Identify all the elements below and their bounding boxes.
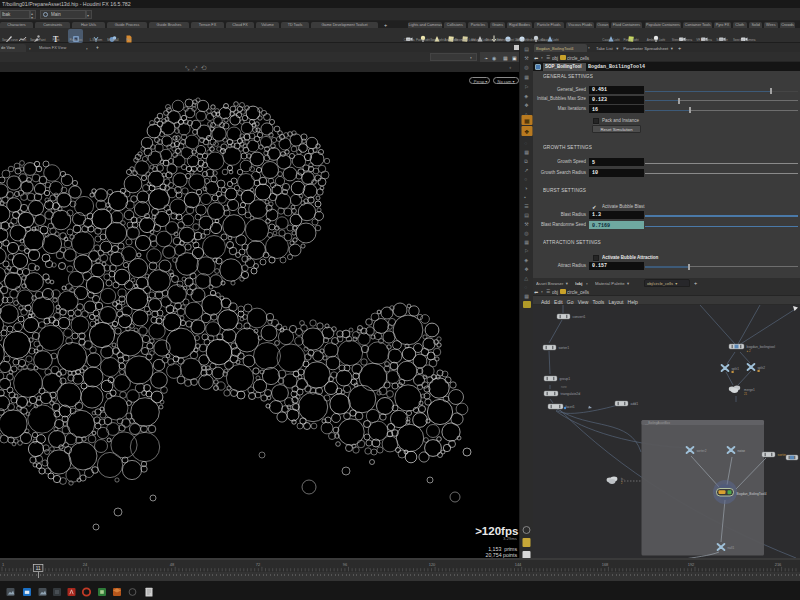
- svg-text:bogdan_boilingtool: bogdan_boilingtool: [747, 345, 776, 349]
- svg-text:⚐: ⚐: [524, 248, 528, 254]
- svg-text:tc..: tc..: [621, 477, 625, 481]
- svg-text:1: 1: [2, 562, 5, 567]
- svg-text:none: none: [561, 386, 567, 389]
- svg-text:○: ○: [524, 176, 527, 182]
- svg-text:72: 72: [256, 562, 261, 567]
- svg-text:☰: ☰: [524, 203, 529, 209]
- svg-text:◎: ◎: [524, 64, 529, 70]
- svg-text:sorter1: sorter1: [559, 346, 570, 350]
- svg-text:▪: ▪: [524, 194, 526, 200]
- svg-text:192: 192: [688, 562, 695, 567]
- svg-text:21: 21: [744, 392, 748, 396]
- svg-text:● 2: ● 2: [747, 349, 751, 353]
- svg-text:⚒: ⚒: [524, 55, 529, 61]
- svg-text:2: 2: [621, 481, 623, 485]
- svg-text:▤: ▤: [524, 46, 529, 52]
- svg-text:◎: ◎: [524, 230, 529, 236]
- svg-text:❖: ❖: [524, 129, 529, 135]
- svg-text:◌: ◌: [524, 140, 527, 146]
- svg-text:convert1: convert1: [573, 315, 586, 319]
- svg-text:split2: split2: [758, 366, 766, 370]
- svg-text:168: 168: [602, 562, 609, 567]
- svg-text:▦: ▦: [524, 118, 530, 124]
- svg-text:Bogdan_BoilingTool4: Bogdan_BoilingTool4: [737, 492, 767, 496]
- svg-text:add1: add1: [631, 402, 639, 406]
- svg-text:144: 144: [515, 562, 522, 567]
- svg-text:split1: split1: [732, 367, 740, 371]
- svg-text:▦: ▦: [524, 239, 529, 245]
- svg-text:120: 120: [429, 562, 436, 567]
- svg-text:▦: ▦: [524, 74, 529, 80]
- svg-text:96: 96: [343, 562, 348, 567]
- svg-text:▩: ▩: [524, 293, 529, 299]
- svg-text:216: 216: [775, 562, 782, 567]
- svg-text:sorter2: sorter2: [697, 449, 707, 453]
- svg-text:48: 48: [170, 562, 175, 567]
- svg-text:sortin: sortin: [778, 453, 786, 457]
- svg-text:24: 24: [83, 562, 88, 567]
- svg-text:facet1: facet1: [566, 405, 575, 409]
- svg-text:△: △: [524, 275, 528, 281]
- svg-text:triangulate2d: triangulate2d: [561, 392, 581, 396]
- svg-text:▩: ▩: [524, 149, 529, 155]
- svg-text:◌: ◌: [524, 284, 527, 290]
- svg-text:group1: group1: [560, 377, 571, 381]
- svg-text:null1: null1: [728, 546, 735, 550]
- svg-text:◑: ◑: [524, 185, 527, 191]
- svg-text:__BoilingAssetBox: __BoilingAssetBox: [644, 421, 671, 425]
- svg-text:noise: noise: [738, 449, 746, 453]
